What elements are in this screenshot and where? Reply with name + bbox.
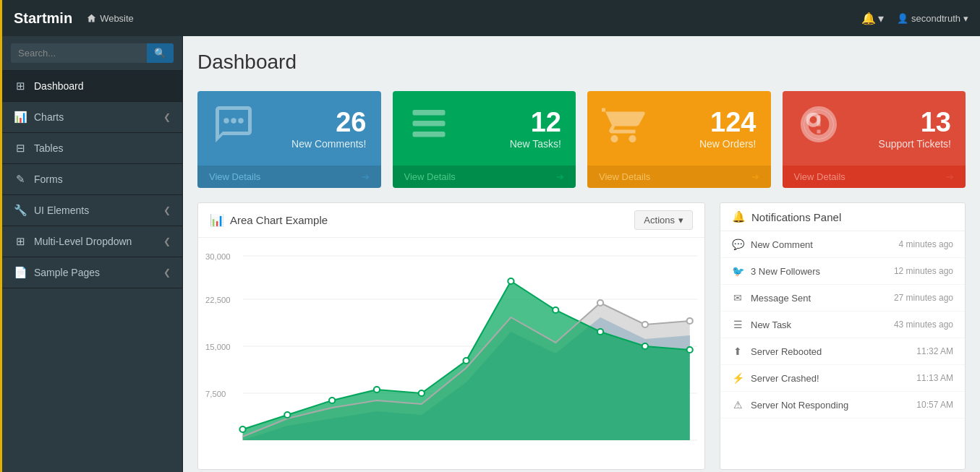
twitter-icon: 🐦 <box>732 265 743 277</box>
home-icon <box>87 14 96 23</box>
warning-icon: ⚠ <box>732 399 743 411</box>
envelope-icon: ✉ <box>732 292 743 304</box>
notifications-panel: 🔔 Notifications Panel 💬 New Comment 4 mi… <box>720 202 966 470</box>
svg-point-29 <box>687 318 693 324</box>
dashboard-icon: ⊞ <box>14 80 27 93</box>
topnav-right: 🔔 ▾ 👤 secondtruth ▾ <box>861 12 968 25</box>
notifications-header: 🔔 Notifications Panel <box>720 203 965 231</box>
tasks-notif-icon: ☰ <box>732 319 743 330</box>
orders-details-btn[interactable]: View Details ➔ <box>587 166 771 188</box>
svg-point-1 <box>231 118 237 124</box>
svg-point-23 <box>553 307 558 313</box>
sidebar-search: 🔍 <box>2 36 182 71</box>
comments-count: 26 <box>291 107 366 138</box>
svg-point-0 <box>223 118 229 124</box>
comments-icon <box>212 103 255 154</box>
sidebar-item-charts[interactable]: 📊 Charts ❮ <box>2 102 182 133</box>
comments-label: New Comments! <box>291 138 366 150</box>
upload-icon: ⬆ <box>732 346 743 357</box>
svg-point-19 <box>374 387 380 392</box>
notif-item-server-not-responding: ⚠ Server Not Responding 10:57 AM <box>720 392 965 419</box>
arrow-right-icon-tickets: ➔ <box>946 171 954 182</box>
search-button[interactable]: 🔍 <box>147 43 174 63</box>
svg-point-21 <box>463 358 469 364</box>
svg-text:15,000: 15,000 <box>205 343 231 351</box>
tasks-icon <box>407 103 451 154</box>
notifications-list: 💬 New Comment 4 minutes ago 🐦 3 New Foll… <box>720 231 965 419</box>
sidebar-item-multilevel[interactable]: ⊞ Multi-Level Dropdown ❮ <box>2 226 182 257</box>
caret-down-icon: ▾ <box>678 215 683 226</box>
arrow-right-icon-tasks: ➔ <box>556 171 564 182</box>
tickets-details-btn[interactable]: View Details ➔ <box>783 166 966 188</box>
tasks-label: New Tasks! <box>510 138 561 150</box>
notif-item-new-comment: 💬 New Comment 4 minutes ago <box>720 231 965 258</box>
chart-header: 📊 Area Chart Example Actions ▾ <box>198 203 704 238</box>
sidebar: 🔍 ⊞ Dashboard 📊 Charts ❮ <box>2 36 183 472</box>
sidebar-item-tables[interactable]: ⊟ Tables <box>2 133 182 164</box>
svg-point-27 <box>597 300 603 306</box>
notif-item-server-rebooted: ⬆ Server Rebooted 11:32 AM <box>720 338 965 365</box>
svg-text:30,000: 30,000 <box>205 252 231 261</box>
svg-text:7,500: 7,500 <box>205 390 226 398</box>
bell-button[interactable]: 🔔 ▾ <box>861 12 884 25</box>
multilevel-icon: ⊞ <box>14 235 27 248</box>
orders-count: 124 <box>699 107 757 138</box>
tickets-count: 13 <box>879 107 951 138</box>
brand-logo: Startmin <box>14 10 72 27</box>
svg-rect-5 <box>412 132 445 137</box>
svg-point-22 <box>508 278 514 284</box>
orders-label: New Orders! <box>699 138 757 150</box>
tasks-count: 12 <box>510 107 561 138</box>
search-input[interactable] <box>11 43 147 63</box>
bar-chart-icon: 📊 <box>210 213 224 227</box>
actions-button[interactable]: Actions ▾ <box>634 210 693 230</box>
tickets-label: Support Tickets! <box>879 138 951 150</box>
svg-point-25 <box>642 343 648 349</box>
chevron-right-icon-ml: ❮ <box>163 236 171 246</box>
notif-item-new-followers: 🐦 3 New Followers 12 minutes ago <box>720 258 965 285</box>
comments-details-btn[interactable]: View Details ➔ <box>197 166 381 188</box>
svg-point-24 <box>597 329 603 335</box>
forms-icon: ✎ <box>14 173 27 186</box>
chevron-right-icon: ❮ <box>163 112 171 122</box>
bolt-icon: ⚡ <box>732 372 743 384</box>
stat-card-tasks: 12 New Tasks! View Details ➔ <box>393 91 576 188</box>
orders-icon <box>602 103 645 154</box>
topnav: Startmin Website 🔔 ▾ 👤 secondtruth ▾ <box>2 0 980 36</box>
sidebar-item-dashboard[interactable]: ⊞ Dashboard <box>2 71 182 102</box>
ui-icon: 🔧 <box>14 204 27 217</box>
svg-point-26 <box>687 347 693 353</box>
stat-card-tickets: 13 Support Tickets! View Details ➔ <box>783 91 966 188</box>
sidebar-item-forms[interactable]: ✎ Forms <box>2 164 182 195</box>
sidebar-item-ui-elements[interactable]: 🔧 UI Elements ❮ <box>2 195 182 226</box>
sidebar-menu: ⊞ Dashboard 📊 Charts ❮ ⊟ <box>2 71 182 288</box>
svg-rect-4 <box>412 121 445 126</box>
topnav-left: Startmin Website <box>14 10 134 27</box>
svg-point-28 <box>642 322 648 327</box>
notif-item-message-sent: ✉ Message Sent 27 minutes ago <box>720 285 965 312</box>
chart-panel: 📊 Area Chart Example Actions ▾ 30,000 22… <box>197 202 705 470</box>
tasks-details-btn[interactable]: View Details ➔ <box>393 166 576 188</box>
svg-text:22,500: 22,500 <box>205 296 231 304</box>
sample-icon: 📄 <box>14 266 27 279</box>
stat-cards: 26 New Comments! View Details ➔ 12 <box>197 91 966 188</box>
chart-body: 30,000 22,500 15,000 7,500 <box>198 238 704 469</box>
chart-title-text: Area Chart Example <box>230 214 328 226</box>
website-link[interactable]: Website <box>87 13 134 24</box>
notif-item-new-task: ☰ New Task 43 minutes ago <box>720 312 965 338</box>
svg-rect-3 <box>412 110 445 116</box>
tickets-icon <box>797 103 840 154</box>
svg-point-17 <box>284 412 290 418</box>
user-menu[interactable]: 👤 secondtruth ▾ <box>897 13 968 24</box>
arrow-right-icon: ➔ <box>362 171 370 182</box>
notif-item-server-crashed: ⚡ Server Crashed! 11:13 AM <box>720 365 965 392</box>
svg-point-18 <box>329 398 335 403</box>
sidebar-item-sample[interactable]: 📄 Sample Pages ❮ <box>2 257 182 288</box>
charts-icon: 📊 <box>14 111 27 124</box>
svg-point-20 <box>419 390 425 396</box>
search-icon: 🔍 <box>154 48 166 59</box>
chevron-right-icon-sp: ❮ <box>163 267 171 278</box>
arrow-right-icon-orders: ➔ <box>751 171 759 182</box>
page-title: Dashboard <box>197 51 966 74</box>
lower-section: 📊 Area Chart Example Actions ▾ 30,000 22… <box>197 202 966 470</box>
